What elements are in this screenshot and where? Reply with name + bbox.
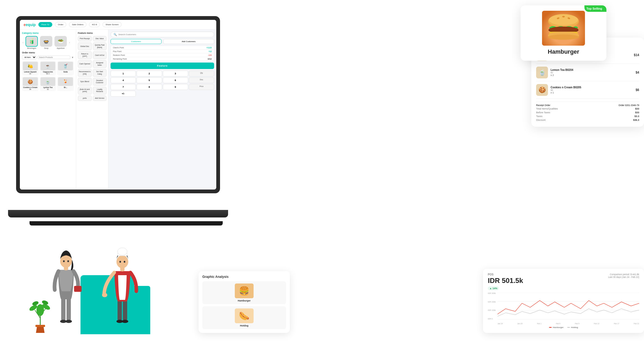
feature-big-button[interactable]: Feature [111,63,214,69]
customer-search-bar: 🔍 [111,32,214,37]
feat-add-service[interactable]: Add Service [93,96,107,101]
product-br[interactable]: 🍹 Br... [57,77,74,91]
order-item-price-blue-ocean: $14 [634,53,639,57]
svg-point-36 [102,293,107,297]
graphic-item-name-hamburger: Hamburger [238,299,251,302]
svg-point-42 [124,261,125,263]
cat-img-soup: 🍲 [40,36,52,47]
category-beverages[interactable]: 🧃 Beverages [25,36,38,49]
points-table: Client's Point +1123 Plus Point +12 Rede… [111,46,214,61]
product-name: Lemon Squash [23,71,38,73]
num-5[interactable]: 5 [137,77,162,83]
product-cappuccino[interactable]: ☕ Cappuccino $6.5 [40,61,56,75]
nav-share-screen[interactable]: Share Screen [103,22,122,27]
feat-sync[interactable]: Sync Blend [78,78,92,86]
num-6[interactable]: 6 [163,77,188,83]
category-soup[interactable]: 🍲 Soup [39,36,53,49]
legend-hotdog: Hotdog [567,326,578,329]
laptop-bezel: eequip Floor T2 Order Sale Orders KO 8 S… [16,16,220,193]
num-4[interactable]: 4 [111,77,136,83]
product-lemon-squash[interactable]: 🍋 Lemon Squash $5 [22,61,39,75]
nav-order[interactable]: Order [55,22,66,27]
burger-image [542,11,585,46]
svg-point-35 [122,320,128,323]
plus-point-value: +12 [208,50,212,52]
pos-left-panel: Category menu ‹ 🧃 Beverages [20,30,76,190]
pos-logo: eequip [24,23,36,27]
nav-floor-t2[interactable]: Floor T2 [38,22,52,27]
nav-sale-orders[interactable]: Sale Orders [69,22,86,27]
product-name: Cookies n Cream [23,86,38,88]
num-3[interactable]: 3 [163,71,188,77]
num-9[interactable]: 9 [163,84,188,90]
chart-x-labels: Jan 24 Jan 29 Feb 1 Feb 5 Feb 9 Feb 13 F… [497,323,639,325]
before-taxes-row: Before Taxes $33 [536,111,639,114]
category-appetizer[interactable]: 🥗 Appetizer [54,36,67,49]
num-plusminus[interactable]: +/- [111,91,136,97]
analytics-left: POS IDR 501.5k ▲ 14% [488,273,523,290]
feat-assigned-seller[interactable]: Assigned Seller [93,60,107,68]
svg-point-20 [36,304,44,316]
svg-point-30 [63,260,65,262]
feat-cash-opened[interactable]: Cash Opened [78,60,92,68]
remaining-point-label: Remaining Point [113,58,127,60]
product-price: $2 [41,88,56,90]
graphic-item-img-hamburger: 🍔 [235,283,254,298]
filter-row: All Item ▼ [22,55,74,59]
feat-print-receipt[interactable]: Print Receipt [78,36,92,41]
pos-right-panel: 🔍 Customers Add Customers Client's Point… [108,30,216,190]
laptop-screen: eequip Floor T2 Order Sale Orders KO 8 S… [20,20,216,190]
nav-ko[interactable]: KO 8 [89,22,100,27]
feat-cash-inout[interactable]: Cash In/Out [93,51,107,59]
client-point-label: Client's Point [113,47,124,49]
order-item-price-lemon-tea: $4 [636,71,639,74]
feat-deselect[interactable]: Deselect Customer [93,78,107,86]
pos-header: eequip Floor T2 Order Sale Orders KO 8 S… [20,20,216,30]
price-label: Price [189,84,214,90]
add-customers-button[interactable]: Add Customers [163,39,214,44]
feat-recommend[interactable]: Recommend is [ON] [78,69,92,77]
receipt-order-value: Order 0201-3346-79 [619,104,639,107]
svg-point-9 [548,34,579,40]
cat-prev-arrow[interactable]: ‹ [22,41,24,45]
comparison-text: Comparison period: $ 441.8k [608,273,639,276]
feat-set-start[interactable]: Set Start Categ [93,69,107,77]
feat-return[interactable]: Return is [OFF] [78,51,92,59]
num-7[interactable]: 7 [111,84,136,90]
graphic-item-hotdog: 🌭 Hotdog [202,306,286,329]
feat-global-disc[interactable]: Global Disc [78,42,92,50]
feat-auto[interactable]: [Auto Int and ports] [78,87,92,94]
feat-disc-value[interactable]: Disc Value [93,36,107,41]
feat-quickly-paid[interactable]: Quickly Paid [Bank] [93,42,107,50]
svg-point-7 [549,27,578,32]
customers-button[interactable]: Customers [111,39,162,44]
svg-rect-27 [74,286,82,292]
graphic-items-list: 🍔 Hamburger 🌭 Hotdog [202,281,286,329]
filter-icon[interactable]: ▼ [71,56,74,59]
item-filter-select[interactable]: All Item [22,55,36,59]
product-soda[interactable]: 🥤 Soda [57,61,74,75]
total-items-row: Total Items/Qualities $33 [536,107,639,110]
cat-next-arrow[interactable]: › [68,41,70,45]
num-1[interactable]: 1 [111,71,136,77]
pos-feature-panel: Feature menu Print Receipt Disc Value Gl… [76,30,108,190]
feat-loyalty[interactable]: Loyalty Rewards [93,87,107,94]
svg-rect-23 [61,297,65,321]
num-8[interactable]: 8 [137,84,162,90]
points-row-redeem: Redeem Point -123 [111,53,214,57]
laptop-base [8,210,228,217]
product-search-input[interactable] [38,56,70,59]
product-lychee-tea[interactable]: 🍵 Lychee Tea $2 [40,77,56,91]
category-row: ‹ 🧃 Beverages 🍲 S [22,36,74,49]
cat-label-beverages: Beverages [27,47,36,49]
server-figure-svg [102,221,142,334]
customer-search-input[interactable] [118,33,211,36]
legend-hamburger-dot [549,327,552,328]
num-2[interactable]: 2 [137,71,162,77]
analytics-amount: IDR 501.5k [488,277,523,285]
graphic-analysis-title: Graphic Analysis [202,275,286,279]
cat-label-appetizer: Appetizer [57,47,65,49]
product-cookies[interactable]: 🍪 Cookies n Cream $6 [22,77,39,91]
product-name: Br... [58,86,73,88]
feat-ports[interactable]: ports [78,96,92,101]
